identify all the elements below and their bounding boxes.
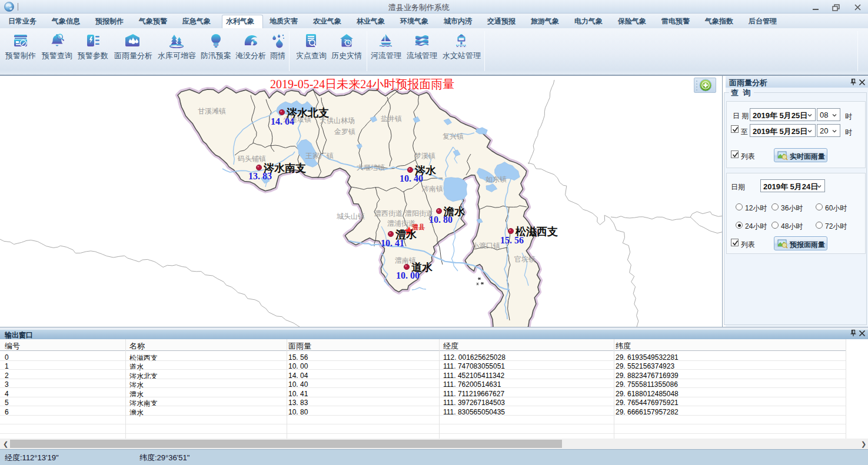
svg-text:澧西街道: 澧西街道 xyxy=(374,209,403,218)
svg-text:10. 80: 10. 80 xyxy=(429,215,453,225)
svg-text:如东镇: 如东镇 xyxy=(485,175,507,183)
svg-text:甘溪滩镇: 甘溪滩镇 xyxy=(198,107,226,115)
svg-text:小渡口镇: 小渡口镇 xyxy=(472,242,500,250)
svg-text:大堰垱镇: 大堰垱镇 xyxy=(357,163,385,172)
svg-text:王家厂镇: 王家厂镇 xyxy=(305,152,334,160)
svg-text:10. 41: 10. 41 xyxy=(381,238,404,248)
svg-text:14. 04: 14. 04 xyxy=(271,116,294,126)
svg-text:金罗镇: 金罗镇 xyxy=(334,128,355,136)
svg-text:涔南镇: 涔南镇 xyxy=(421,185,443,193)
svg-text:13. 83: 13. 83 xyxy=(248,171,272,181)
svg-text:码头铺镇: 码头铺镇 xyxy=(238,155,266,163)
svg-text:10. 00: 10. 00 xyxy=(396,270,420,280)
svg-text:10. 40: 10. 40 xyxy=(400,173,423,183)
svg-text:盐井镇: 盐井镇 xyxy=(381,115,402,123)
svg-text:官垸镇: 官垸镇 xyxy=(514,255,536,263)
svg-text:复兴镇: 复兴镇 xyxy=(443,132,464,140)
svg-text:15. 56: 15. 56 xyxy=(500,235,524,245)
svg-text:梦溪镇: 梦溪镇 xyxy=(414,152,435,160)
svg-text:城头山镇: 城头山镇 xyxy=(337,212,365,220)
svg-text:澧浦街道: 澧浦街道 xyxy=(387,219,415,228)
